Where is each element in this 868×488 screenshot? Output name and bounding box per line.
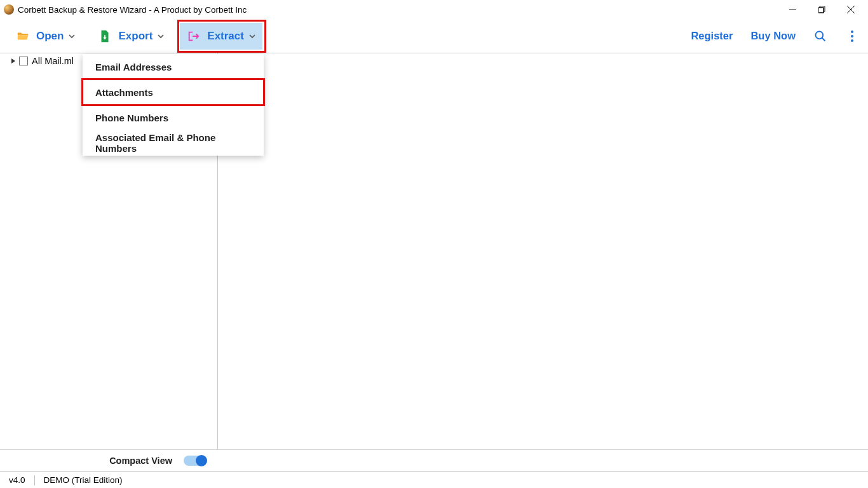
- compact-view-bar: Compact View: [0, 449, 218, 471]
- toolbar: Open Export Extract Register Buy Now: [0, 19, 868, 53]
- chevron-down-icon: [249, 33, 255, 39]
- folder-open-icon: [16, 29, 30, 43]
- extract-item-email-addresses[interactable]: Email Addresses: [83, 54, 264, 79]
- open-button[interactable]: Open: [9, 23, 82, 50]
- close-button[interactable]: [836, 0, 865, 19]
- tree-sidebar: All Mail.ml Email Addresses Attachments …: [0, 53, 218, 449]
- register-link[interactable]: Register: [691, 30, 733, 42]
- window-title: Corbett Backup & Restore Wizard - A Prod…: [18, 5, 247, 15]
- menu-item-label: Attachments: [95, 87, 153, 98]
- file-export-icon: [98, 29, 112, 43]
- edition-label: DEMO (Trial Edition): [35, 475, 132, 485]
- version-label: v4.0: [0, 475, 34, 485]
- expander-triangle-icon[interactable]: [10, 58, 17, 64]
- maximize-button[interactable]: [807, 0, 836, 19]
- extract-dropdown: Email Addresses Attachments Phone Number…: [83, 54, 264, 156]
- tree-root-label: All Mail.ml: [32, 56, 74, 66]
- open-label: Open: [36, 30, 64, 43]
- svg-rect-2: [818, 8, 824, 13]
- toolbar-right-group: Register Buy Now: [691, 29, 859, 43]
- app-icon: [4, 4, 14, 15]
- buy-now-link[interactable]: Buy Now: [750, 30, 796, 42]
- compact-view-label: Compact View: [109, 456, 172, 466]
- extract-button[interactable]: Extract: [180, 23, 262, 50]
- export-label: Export: [118, 30, 153, 43]
- menu-item-label: Email Addresses: [95, 62, 172, 72]
- svg-point-6: [816, 31, 824, 39]
- compact-bar-spacer: [218, 449, 868, 471]
- vertical-dots-icon: [851, 30, 853, 42]
- extract-icon: [187, 29, 201, 43]
- main-panel: [218, 53, 868, 449]
- extract-item-phone-numbers[interactable]: Phone Numbers: [83, 105, 264, 130]
- chevron-down-icon: [158, 33, 164, 39]
- extract-item-associated[interactable]: Associated Email & Phone Numbers: [83, 130, 264, 156]
- chevron-down-icon: [69, 33, 75, 39]
- content-area: All Mail.ml Email Addresses Attachments …: [0, 53, 868, 449]
- minimize-button[interactable]: [778, 0, 807, 19]
- menu-item-label: Phone Numbers: [95, 112, 168, 123]
- status-bar: v4.0 DEMO (Trial Edition): [0, 471, 868, 488]
- extract-item-attachments[interactable]: Attachments: [83, 79, 264, 105]
- titlebar: Corbett Backup & Restore Wizard - A Prod…: [0, 0, 868, 19]
- menu-item-label: Associated Email & Phone Numbers: [95, 132, 251, 154]
- svg-line-7: [822, 37, 825, 41]
- svg-marker-8: [11, 58, 15, 64]
- compact-view-toggle[interactable]: [184, 456, 207, 466]
- extract-label: Extract: [207, 30, 244, 43]
- tree-checkbox[interactable]: [19, 57, 28, 65]
- more-options-button[interactable]: [845, 29, 859, 43]
- search-button[interactable]: [813, 29, 827, 43]
- export-button[interactable]: Export: [91, 23, 171, 50]
